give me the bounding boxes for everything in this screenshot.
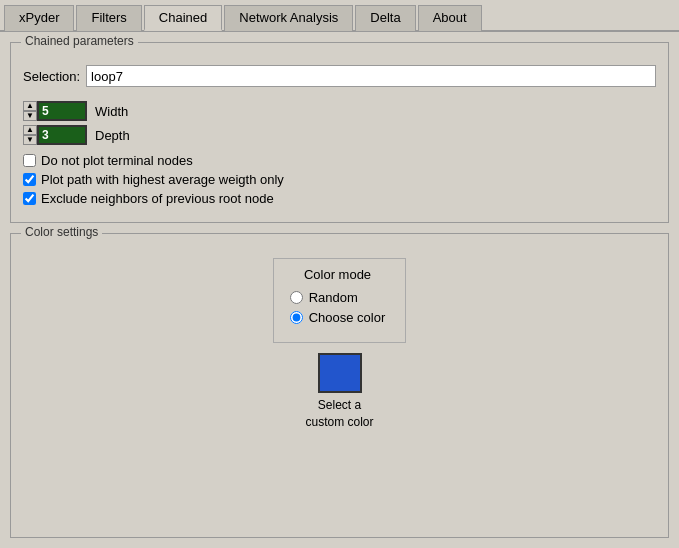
choose-color-label: Choose color [309, 310, 386, 325]
random-radio[interactable] [290, 291, 303, 304]
color-swatch-section: Select a custom color [305, 353, 373, 431]
depth-label: Depth [95, 128, 130, 143]
selection-row: Selection: [23, 65, 656, 87]
width-input[interactable] [37, 101, 87, 121]
tab-xpyder[interactable]: xPyder [4, 5, 74, 31]
depth-spin-down[interactable]: ▼ [23, 135, 37, 145]
tab-about[interactable]: About [418, 5, 482, 31]
color-settings-title: Color settings [21, 225, 102, 239]
width-label: Width [95, 104, 128, 119]
checkbox-neighbors[interactable] [23, 192, 36, 205]
tab-filters[interactable]: Filters [76, 5, 141, 31]
tab-bar: xPyder Filters Chained Network Analysis … [0, 0, 679, 32]
width-spin-down[interactable]: ▼ [23, 111, 37, 121]
selection-label: Selection: [23, 69, 80, 84]
choose-color-radio[interactable] [290, 311, 303, 324]
width-spin-up[interactable]: ▲ [23, 101, 37, 111]
tab-chained[interactable]: Chained [144, 5, 222, 31]
checkbox-terminal-row: Do not plot terminal nodes [23, 153, 656, 168]
choose-color-radio-row: Choose color [290, 310, 386, 325]
checkbox-highest[interactable] [23, 173, 36, 186]
random-label: Random [309, 290, 358, 305]
color-mode-title: Color mode [290, 267, 386, 282]
width-spinbox-row: ▲ ▼ Width [23, 101, 656, 121]
color-settings-content: Color mode Random Choose color Select a … [23, 250, 656, 439]
checkbox-highest-row: Plot path with highest average weigth on… [23, 172, 656, 187]
depth-spinbox-arrows: ▲ ▼ [23, 125, 37, 145]
main-content: Chained parameters Selection: ▲ ▼ Width … [0, 32, 679, 548]
depth-spinbox-row: ▲ ▼ Depth [23, 125, 656, 145]
width-spinbox-arrows: ▲ ▼ [23, 101, 37, 121]
checkbox-terminal-label: Do not plot terminal nodes [41, 153, 193, 168]
color-swatch-label: Select a custom color [305, 397, 373, 431]
depth-spin-up[interactable]: ▲ [23, 125, 37, 135]
random-radio-row: Random [290, 290, 386, 305]
chained-params-group: Chained parameters Selection: ▲ ▼ Width … [10, 42, 669, 223]
checkbox-terminal[interactable] [23, 154, 36, 167]
depth-input[interactable] [37, 125, 87, 145]
color-settings-group: Color settings Color mode Random Choose … [10, 233, 669, 538]
tab-network-analysis[interactable]: Network Analysis [224, 5, 353, 31]
selection-input[interactable] [86, 65, 656, 87]
color-swatch[interactable] [318, 353, 362, 393]
chained-params-title: Chained parameters [21, 34, 138, 48]
checkbox-highest-label: Plot path with highest average weigth on… [41, 172, 284, 187]
color-mode-box: Color mode Random Choose color [273, 258, 407, 343]
tab-delta[interactable]: Delta [355, 5, 415, 31]
checkbox-neighbors-label: Exclude neighbors of previous root node [41, 191, 274, 206]
checkbox-neighbors-row: Exclude neighbors of previous root node [23, 191, 656, 206]
